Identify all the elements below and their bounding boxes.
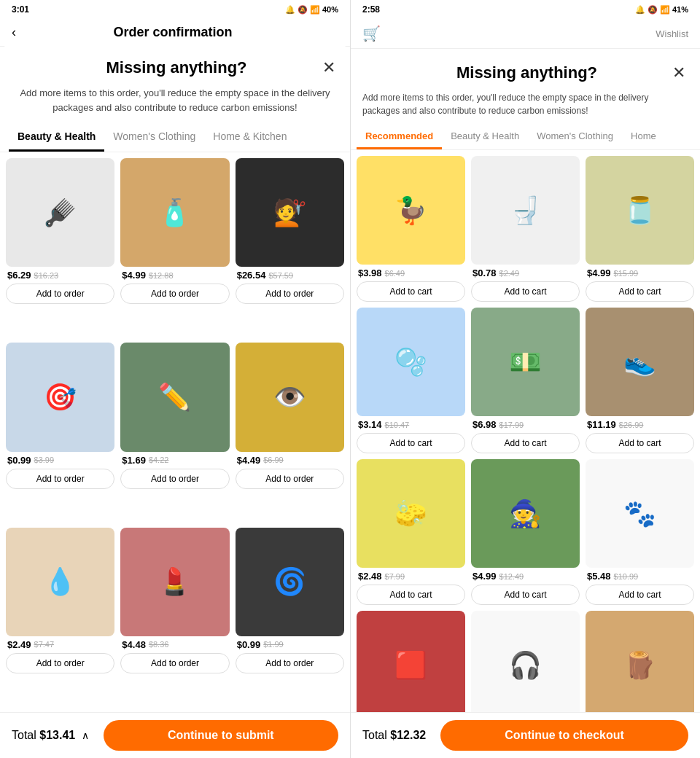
price-current: $11.19	[587, 419, 616, 430]
add-to-cart-button[interactable]: Add to cart	[357, 585, 465, 605]
add-to-order-button[interactable]: Add to order	[236, 653, 344, 673]
price-original: $2.49	[499, 269, 520, 278]
price-current: $2.49	[7, 639, 31, 650]
price-original: $10.47	[385, 421, 410, 429]
add-to-cart-button[interactable]: Add to cart	[357, 281, 465, 302]
price-original: $26.99	[619, 421, 644, 429]
price-original: $6.99	[263, 456, 284, 464]
list-item: 🟥 Add to cart	[357, 611, 465, 712]
product-image: 🧽	[357, 459, 465, 568]
right-tab-beauty[interactable]: Beauty & Health	[442, 125, 528, 149]
list-item: 💧 $2.49 $7.47 Add to order	[6, 528, 114, 706]
right-status-icons: 🔔 🔕 📶 41%	[635, 5, 688, 15]
right-modal-header: Missing anything? ✕	[351, 49, 700, 91]
price-current: $4.99	[472, 571, 497, 582]
product-image: 🌀	[236, 528, 344, 636]
list-item: 🌀 $0.99 $1.99 Add to order	[236, 528, 344, 706]
back-button[interactable]: ‹	[12, 25, 16, 40]
list-item: 🎧 Add to cart	[471, 611, 580, 712]
add-to-cart-button[interactable]: Add to cart	[471, 281, 580, 302]
left-tab-home[interactable]: Home & Kitchen	[204, 123, 295, 152]
right-tab-womens[interactable]: Women's Clothing	[528, 125, 622, 149]
add-to-cart-button[interactable]: Add to cart	[586, 433, 694, 453]
add-to-cart-button[interactable]: Add to cart	[586, 585, 694, 605]
list-item: 🫙 $4.99 $15.99 Add to cart	[586, 156, 694, 302]
price-current: $4.48	[122, 639, 146, 650]
battery-text: 40%	[322, 5, 338, 14]
product-image: 👁️	[236, 343, 344, 451]
list-item: 💄 $4.48 $8.36 Add to order	[120, 528, 229, 706]
product-image: 🦆	[357, 156, 465, 265]
left-close-button[interactable]: ✕	[319, 55, 338, 80]
total-label: Total	[12, 729, 36, 741]
right-tab-home[interactable]: Home	[622, 125, 665, 149]
add-to-order-button[interactable]: Add to order	[6, 469, 114, 489]
left-modal-title: Missing anything?	[34, 58, 319, 77]
add-to-order-button[interactable]: Add to order	[120, 284, 229, 304]
left-header: ‹ Order confirmation	[0, 19, 350, 47]
product-image: 🪵	[586, 611, 694, 712]
price-original: $3.99	[34, 456, 55, 464]
left-bottom-bar: Total $13.41 ∧ Continue to submit	[0, 712, 350, 758]
product-image: 🪮	[6, 158, 114, 267]
left-tab-womens[interactable]: Women's Clothing	[104, 123, 204, 152]
add-to-order-button[interactable]: Add to order	[236, 469, 344, 489]
price-original: $6.49	[385, 269, 405, 278]
right-status-bar: 2:58 🔔 🔕 📶 41%	[351, 0, 700, 19]
add-to-cart-button[interactable]: Add to cart	[471, 585, 580, 605]
right-modal-subtitle: Add more items to this order, you'll red…	[351, 91, 700, 125]
product-image: 🚽	[471, 156, 580, 265]
right-alarm-icon: 🔔	[635, 5, 645, 15]
list-item: 🪵 Add to cart	[586, 611, 694, 712]
add-to-cart-button[interactable]: Add to cart	[471, 433, 580, 453]
left-modal-sheet: Missing anything? ✕ Add more items to th…	[0, 44, 350, 758]
left-total: Total $13.41 ∧	[12, 729, 89, 742]
list-item: 🧙 $4.99 $12.49 Add to cart	[471, 459, 580, 605]
continue-to-submit-button[interactable]: Continue to submit	[104, 720, 338, 751]
price-current: $3.14	[358, 419, 382, 430]
price-original: $1.99	[263, 640, 284, 649]
cart-icon[interactable]: 🛒	[362, 25, 381, 42]
right-close-button[interactable]: ✕	[669, 60, 688, 85]
list-item: 👁️ $4.49 $6.99 Add to order	[236, 343, 344, 521]
add-to-order-button[interactable]: Add to order	[236, 284, 344, 304]
price-original: $15.99	[614, 269, 639, 278]
price-original: $17.99	[499, 421, 524, 429]
price-current: $0.99	[237, 639, 261, 650]
add-to-order-button[interactable]: Add to order	[120, 469, 229, 489]
list-item: 🚽 $0.78 $2.49 Add to cart	[471, 156, 580, 302]
list-item: 🦆 $3.98 $6.49 Add to cart	[357, 156, 465, 302]
left-modal-header: Missing anything? ✕	[0, 44, 350, 86]
list-item: 🧽 $2.48 $7.99 Add to cart	[357, 459, 465, 605]
right-bottom-bar: Total $12.32 Continue to checkout	[351, 712, 700, 758]
price-current: $5.48	[587, 571, 611, 582]
product-image: 💄	[120, 528, 229, 636]
right-panel: 2:58 🔔 🔕 📶 41% 🛒 Wishlist Missing anythi…	[350, 0, 700, 758]
product-image: 👟	[586, 308, 694, 416]
right-modal-title: Missing anything?	[384, 63, 669, 82]
right-total-label: Total	[362, 729, 387, 741]
total-amount: $13.41	[39, 729, 75, 741]
price-current: $0.99	[7, 455, 31, 466]
add-to-order-button[interactable]: Add to order	[120, 653, 229, 673]
price-current: $26.54	[237, 270, 266, 281]
right-tabs-row: Recommended Beauty & Health Women's Clot…	[351, 125, 700, 150]
price-original: $4.22	[149, 456, 169, 464]
product-image: 🎧	[471, 611, 580, 712]
add-to-order-button[interactable]: Add to order	[6, 284, 114, 304]
product-image: 💧	[6, 528, 114, 636]
right-products-grid: 🦆 $3.98 $6.49 Add to cart 🚽 $0.78 $2.49 …	[351, 150, 700, 712]
product-image: 🫧	[357, 308, 465, 416]
left-tab-beauty[interactable]: Beauty & Health	[9, 123, 104, 152]
price-original: $57.59	[268, 271, 293, 280]
add-to-cart-button[interactable]: Add to cart	[357, 433, 465, 453]
list-item: ✏️ $1.69 $4.22 Add to order	[120, 343, 229, 521]
list-item: 🧴 $4.99 $12.88 Add to order	[120, 158, 229, 337]
chevron-up-icon[interactable]: ∧	[82, 730, 89, 741]
continue-to-checkout-button[interactable]: Continue to checkout	[440, 720, 688, 751]
add-to-order-button[interactable]: Add to order	[6, 653, 114, 673]
right-signal-icon: 📶	[660, 5, 670, 15]
right-battery-text: 41%	[672, 5, 688, 14]
add-to-cart-button[interactable]: Add to cart	[586, 281, 694, 302]
right-tab-recommended[interactable]: Recommended	[357, 125, 442, 149]
